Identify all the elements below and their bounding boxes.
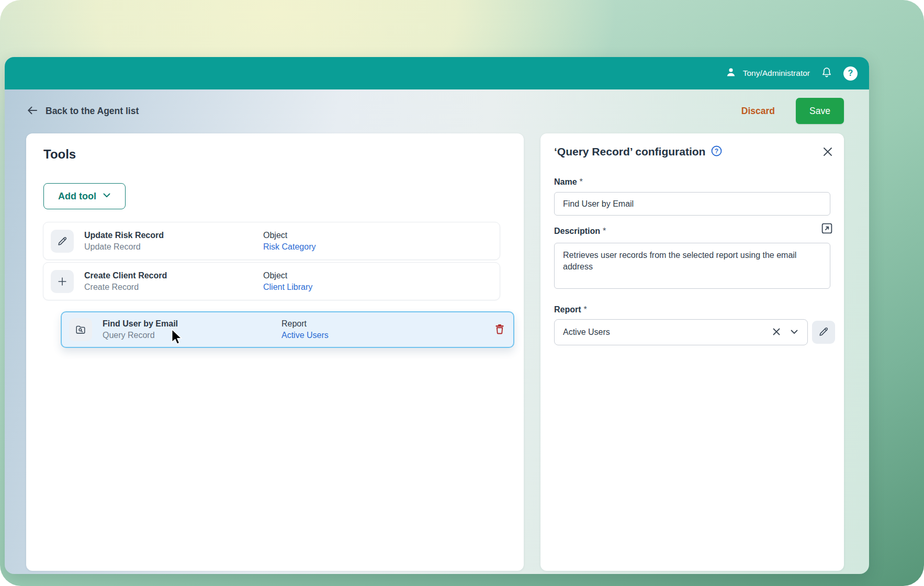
description-textarea[interactable]: Retrieves user records from the selected… xyxy=(554,243,830,289)
tool-name: Create Client Record xyxy=(84,271,167,280)
user-name: Tony/Administrator xyxy=(743,69,810,78)
add-tool-button[interactable]: Add tool xyxy=(43,183,126,209)
name-input[interactable] xyxy=(554,192,830,216)
back-to-agent-list-button[interactable]: Back to the Agent list xyxy=(26,104,139,118)
chevron-down-icon xyxy=(103,191,111,202)
clear-x-icon xyxy=(772,327,781,338)
name-required-marker: * xyxy=(580,177,583,186)
tool-type: Query Record xyxy=(103,331,178,340)
back-label: Back to the Agent list xyxy=(46,106,139,117)
bell-icon xyxy=(820,66,833,81)
delete-tool-button[interactable] xyxy=(493,323,506,337)
clear-report-button[interactable] xyxy=(772,327,781,338)
expand-icon xyxy=(820,222,833,236)
add-tool-label: Add tool xyxy=(58,191,96,202)
back-arrow-icon xyxy=(26,104,39,118)
report-label: Report xyxy=(554,305,581,314)
description-label: Description xyxy=(554,227,600,235)
report-required-marker: * xyxy=(584,305,587,314)
app-header: Tony/Administrator ? xyxy=(5,57,869,89)
help-circle-icon: ? xyxy=(711,145,723,159)
tool-row-update-risk-record[interactable]: Update Risk Record Update Record Object … xyxy=(43,222,500,260)
name-label: Name xyxy=(554,177,577,186)
tool-ref-label: Report xyxy=(281,319,329,329)
report-value: Active Users xyxy=(563,328,772,337)
app-window: Tony/Administrator ? Back to the Agent l… xyxy=(5,57,869,574)
page-toolbar: Back to the Agent list Discard Save xyxy=(26,98,844,124)
expand-description-button[interactable] xyxy=(820,222,833,236)
report-combobox[interactable]: Active Users xyxy=(554,319,808,345)
close-icon xyxy=(822,146,833,159)
config-help-button[interactable]: ? xyxy=(711,145,723,159)
config-panel-title: ‘Query Record’ configuration xyxy=(554,145,705,158)
user-avatar-icon xyxy=(725,66,737,81)
tool-ref-label: Object xyxy=(263,271,312,280)
tool-name: Find User by Email xyxy=(103,319,178,329)
tool-ref-link[interactable]: Risk Category xyxy=(263,242,315,252)
pencil-icon xyxy=(51,230,74,253)
trash-icon xyxy=(493,323,506,337)
notifications-button[interactable] xyxy=(820,66,833,81)
tool-name: Update Risk Record xyxy=(84,231,164,240)
user-menu[interactable]: Tony/Administrator xyxy=(725,66,810,81)
tool-ref-link[interactable]: Client Library xyxy=(263,283,312,292)
question-mark-icon: ? xyxy=(848,69,853,78)
save-button[interactable]: Save xyxy=(796,98,844,124)
tool-ref-label: Object xyxy=(263,231,315,240)
plus-icon xyxy=(51,270,74,293)
edit-report-button[interactable] xyxy=(812,321,835,344)
tools-panel: Tools Add tool Update Risk Record Update… xyxy=(26,133,524,571)
tool-row-find-user-by-email[interactable]: Find User by Email Query Record Report A… xyxy=(61,311,514,348)
discard-button[interactable]: Discard xyxy=(741,106,775,117)
tool-row-create-client-record[interactable]: Create Client Record Create Record Objec… xyxy=(43,262,500,300)
tool-ref-link[interactable]: Active Users xyxy=(281,331,329,340)
tool-type: Update Record xyxy=(84,242,164,252)
help-button[interactable]: ? xyxy=(843,66,858,81)
tool-list: Update Risk Record Update Record Object … xyxy=(43,222,500,302)
screen-background: Tony/Administrator ? Back to the Agent l… xyxy=(0,0,924,586)
close-config-button[interactable] xyxy=(822,146,833,159)
tool-type: Create Record xyxy=(84,283,167,292)
folder-search-icon xyxy=(69,318,92,341)
report-dropdown-button[interactable] xyxy=(790,327,799,338)
pencil-icon xyxy=(818,326,829,339)
config-panel: ‘Query Record’ configuration ? Name* D xyxy=(540,133,844,571)
chevron-down-icon xyxy=(790,327,799,338)
tools-title: Tools xyxy=(43,147,76,162)
description-required-marker: * xyxy=(603,227,606,235)
svg-text:?: ? xyxy=(715,148,718,155)
